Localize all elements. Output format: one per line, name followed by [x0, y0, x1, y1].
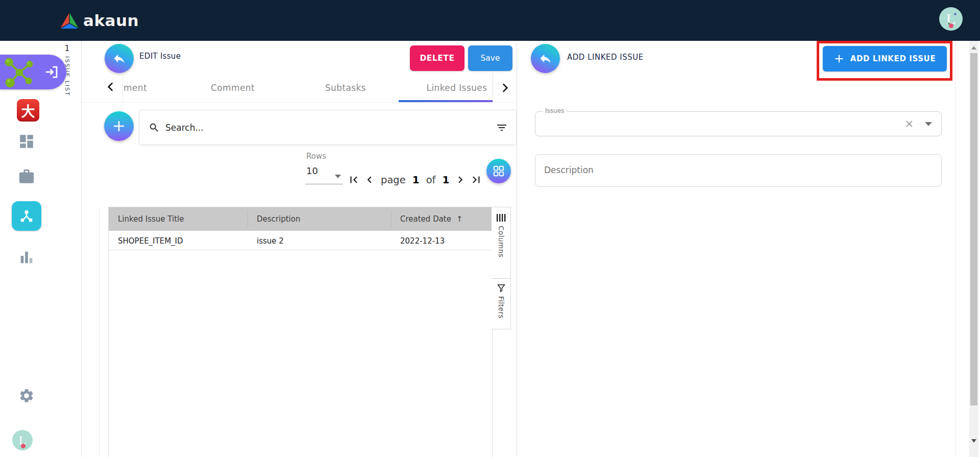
active-tab-underline: [399, 100, 493, 102]
filters-tab-label: Filters: [497, 296, 505, 319]
first-page-button[interactable]: [347, 173, 360, 186]
scroll-up-arrow[interactable]: [971, 46, 976, 50]
search-icon: [149, 122, 160, 133]
columns-side-tab[interactable]: Columns: [492, 213, 510, 257]
edit-issue-title: EDIT Issue: [139, 52, 181, 61]
page-word: page: [381, 174, 406, 186]
search-input[interactable]: [164, 122, 486, 133]
issues-select-field[interactable]: Issues: [535, 111, 942, 136]
dropdown-caret-icon[interactable]: [925, 122, 932, 126]
of-word: of: [426, 174, 436, 186]
avatar-flower-icon: [954, 13, 957, 15]
issue-count: 1: [53, 44, 81, 53]
sort-ascending-icon[interactable]: ↑: [456, 214, 463, 224]
sidebar-item-dai-app[interactable]: 大: [17, 99, 39, 122]
brand-logo: akaun: [59, 9, 139, 32]
filter-funnel-icon: [496, 283, 506, 293]
login-icon: [44, 64, 59, 80]
page-scrollbar[interactable]: [969, 41, 978, 457]
divider: [391, 211, 391, 227]
tab-subtasks[interactable]: Subtasks: [307, 77, 384, 99]
back-button-edit-issue[interactable]: [105, 44, 134, 73]
avatar-flower-icon: [948, 22, 950, 25]
akaun-triangle-icon: [59, 10, 80, 31]
scrollbar-thumb[interactable]: [970, 53, 977, 405]
scroll-down-arrow[interactable]: [971, 439, 976, 443]
sidebar-item-workflow-login[interactable]: [0, 55, 66, 89]
dai-glyph: 大: [21, 101, 35, 121]
app-root: akaun L: [0, 0, 980, 457]
panel-divider: [517, 43, 517, 456]
top-header-bar: akaun L: [0, 0, 980, 41]
divider: [122, 73, 123, 102]
device-hub-icon: [19, 208, 34, 224]
tab-linked-issues-active[interactable]: Linked Issues: [408, 77, 505, 99]
delete-button[interactable]: DELETE: [410, 45, 464, 71]
last-page-button[interactable]: [470, 173, 483, 186]
column-header-created-date[interactable]: Created Date↑: [400, 214, 463, 224]
tab-comment[interactable]: Comment: [194, 77, 272, 99]
molecule-icon: [3, 56, 35, 88]
table-row[interactable]: SHOPEE_ITEM_ID issue 2 2022-12-13: [109, 231, 492, 250]
chevron-right-icon: [498, 81, 511, 94]
current-page-number: 1: [412, 174, 420, 186]
tab-attachment-partial[interactable]: ment: [124, 77, 159, 99]
cell-created-date: 2022-12-13: [400, 236, 445, 246]
user-avatar[interactable]: L: [939, 7, 963, 31]
add-linked-issue-button-label: ADD LINKED ISSUE: [850, 54, 936, 63]
grid-icon: [492, 164, 505, 178]
divider: [305, 184, 343, 184]
plus-icon: [111, 118, 127, 134]
sidebar-item-issues-active[interactable]: [12, 201, 41, 231]
divider: [99, 207, 100, 456]
cell-linked-issue-title: SHOPEE_ITEM_ID: [118, 236, 183, 246]
rows-per-page-label: Rows: [306, 152, 326, 161]
divider: [955, 41, 956, 457]
total-pages-number: 1: [442, 174, 449, 186]
sidebar-item-dashboard[interactable]: [18, 133, 35, 150]
issue-list-strip: [53, 41, 82, 457]
tabs-scroll-right-button[interactable]: [493, 73, 517, 102]
issues-field-label: Issues: [543, 107, 567, 114]
clear-icon[interactable]: [905, 119, 914, 128]
chevron-down-icon[interactable]: [335, 175, 341, 178]
avatar-flower-icon: [949, 23, 953, 28]
add-new-button[interactable]: [104, 111, 134, 141]
description-textarea[interactable]: Description: [535, 154, 942, 187]
rows-per-page-select[interactable]: 10: [306, 165, 318, 176]
sidebar-user-avatar[interactable]: L: [12, 430, 33, 450]
cell-description: issue 2: [257, 236, 284, 246]
previous-page-button[interactable]: [363, 173, 376, 186]
column-header-description[interactable]: Description: [257, 214, 300, 224]
columns-icon: [496, 213, 506, 222]
column-header-linked-issue-title[interactable]: Linked Issue Title: [118, 214, 184, 224]
linked-issues-table: Linked Issue Title Description Created D…: [108, 207, 493, 457]
pagination: page 1 of 1: [347, 171, 483, 189]
search-bar: [139, 110, 517, 145]
next-page-button[interactable]: [454, 173, 467, 186]
table-header-row: Linked Issue Title Description Created D…: [109, 207, 492, 231]
add-linked-issue-title: ADD LINKED ISSUE: [567, 53, 644, 62]
back-button-add-linked-issue[interactable]: [531, 44, 560, 73]
table-side-tabs: Columns Filters: [492, 207, 511, 329]
description-placeholder: Description: [544, 165, 594, 175]
sidebar-item-settings[interactable]: [18, 388, 35, 404]
divider: [492, 278, 510, 279]
brand-name: akaun: [83, 9, 139, 32]
columns-tab-label: Columns: [497, 226, 505, 257]
divider: [248, 211, 248, 227]
back-arrow-icon: [112, 52, 126, 65]
filters-side-tab[interactable]: Filters: [492, 283, 510, 319]
plus-icon: [834, 54, 844, 64]
save-button[interactable]: Save: [468, 45, 512, 71]
filter-list-icon[interactable]: [496, 122, 508, 134]
add-linked-issue-button[interactable]: ADD LINKED ISSUE: [823, 46, 947, 71]
tabs-scroll-left-button[interactable]: [104, 80, 117, 93]
grid-view-button[interactable]: [486, 159, 511, 183]
sidebar-item-briefcase[interactable]: [18, 168, 35, 185]
back-arrow-icon: [538, 52, 552, 65]
avatar-flower-icon: [21, 444, 26, 448]
sidebar-item-reports[interactable]: [18, 249, 35, 266]
